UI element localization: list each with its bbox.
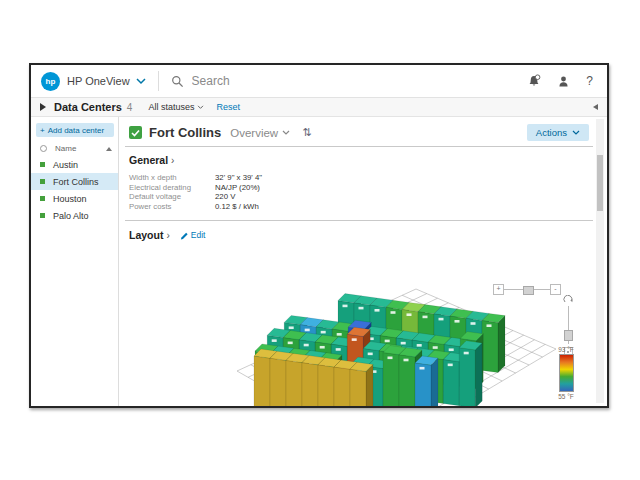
resource-title: Fort Collins <box>149 125 221 140</box>
field-label: Default voltage <box>129 192 215 202</box>
vertical-scrollbar[interactable] <box>596 119 604 403</box>
legend-min-label: 55 °F <box>553 393 579 400</box>
list-item-label: Houston <box>53 194 87 204</box>
status-filter[interactable]: All statuses <box>148 102 204 112</box>
sort-ascending-icon <box>106 147 112 151</box>
rotate-slider-handle[interactable] <box>564 330 573 341</box>
top-bar: hp HP OneView ? <box>31 65 607 98</box>
related-resources-icon[interactable]: ⇅ <box>302 126 311 139</box>
plus-icon: + <box>40 126 45 135</box>
reset-link[interactable]: Reset <box>216 102 240 112</box>
view-selector[interactable]: Overview <box>230 127 290 139</box>
layout-section-header: Layout › Edit <box>119 221 607 241</box>
status-ok-icon <box>129 126 142 139</box>
section-arrow-icon: › <box>166 230 169 241</box>
product-name: HP OneView <box>67 75 130 87</box>
status-column-icon <box>40 145 47 152</box>
list-header[interactable]: Name <box>31 141 118 156</box>
user-icon[interactable] <box>557 75 570 88</box>
field-label: Power costs <box>129 202 215 212</box>
rack-layout-canvas[interactable] <box>121 277 597 406</box>
product-menu-chevron-icon[interactable] <box>136 78 146 85</box>
search-icon <box>171 75 184 88</box>
expand-arrow-icon[interactable] <box>40 103 46 111</box>
sidebar: + Add data center Name Austin Fort Colli… <box>31 117 119 406</box>
page-title: Data Centers <box>54 101 122 113</box>
add-data-center-button[interactable]: + Add data center <box>36 123 114 137</box>
edit-layout-link[interactable]: Edit <box>180 230 206 240</box>
list-item-houston[interactable]: Houston <box>31 190 118 207</box>
notifications-icon[interactable] <box>527 74 541 88</box>
hp-logo[interactable]: hp <box>41 72 60 91</box>
general-section: General › Width x depth32' 9" x 39' 4" E… <box>119 147 607 211</box>
list-item-palo-alto[interactable]: Palo Alto <box>31 207 118 224</box>
help-icon[interactable]: ? <box>586 74 593 88</box>
zoom-slider-track[interactable] <box>504 289 550 290</box>
list-item-label: Austin <box>53 160 78 170</box>
status-ok-icon <box>40 179 45 184</box>
main-panel: Fort Collins Overview ⇅ Actions General … <box>119 117 607 406</box>
rotate-slider-track[interactable] <box>568 306 569 344</box>
list-item-label: Fort Collins <box>53 177 99 187</box>
status-ok-icon <box>40 196 45 201</box>
field-value: 32' 9" x 39' 4" <box>215 173 262 183</box>
search-input[interactable] <box>190 73 414 89</box>
field-value: NA/JP (20%) <box>215 183 260 193</box>
zoom-out-button[interactable]: - <box>550 284 561 295</box>
list-item-austin[interactable]: Austin <box>31 156 118 173</box>
zoom-slider[interactable]: + - <box>493 284 561 295</box>
scrollbar-thumb[interactable] <box>597 155 603 211</box>
pencil-icon <box>180 231 189 240</box>
list-item-label: Palo Alto <box>53 211 89 221</box>
status-ok-icon <box>40 162 45 167</box>
search-bar[interactable] <box>171 73 528 89</box>
item-count: 4 <box>127 102 133 113</box>
name-column-header[interactable]: Name <box>55 144 76 153</box>
zoom-in-button[interactable]: + <box>493 284 504 295</box>
section-arrow-icon: › <box>171 155 174 166</box>
divider <box>158 71 159 91</box>
general-heading[interactable]: General › <box>129 154 607 166</box>
zoom-slider-handle[interactable] <box>523 286 534 295</box>
legend-max-label: 93 °F <box>553 346 579 353</box>
rotate-icon[interactable] <box>563 295 574 304</box>
layout-heading[interactable]: Layout › <box>129 229 170 241</box>
actions-button[interactable]: Actions <box>527 124 589 141</box>
collapse-arrow-icon[interactable] <box>593 104 598 110</box>
field-label: Electrical derating <box>129 183 215 193</box>
temp-gradient <box>559 354 574 392</box>
resource-banner: Data Centers 4 All statuses Reset <box>31 98 607 117</box>
field-value: 220 V <box>215 192 235 202</box>
status-ok-icon <box>40 213 45 218</box>
list-item-fort-collins[interactable]: Fort Collins <box>31 173 118 190</box>
temperature-legend: 93 °F 55 °F <box>553 346 579 400</box>
app-window: hp HP OneView ? Data Centers 4 All sta <box>29 63 609 408</box>
field-value: 0.12 $ / kWh <box>215 202 259 212</box>
field-label: Width x depth <box>129 173 215 183</box>
